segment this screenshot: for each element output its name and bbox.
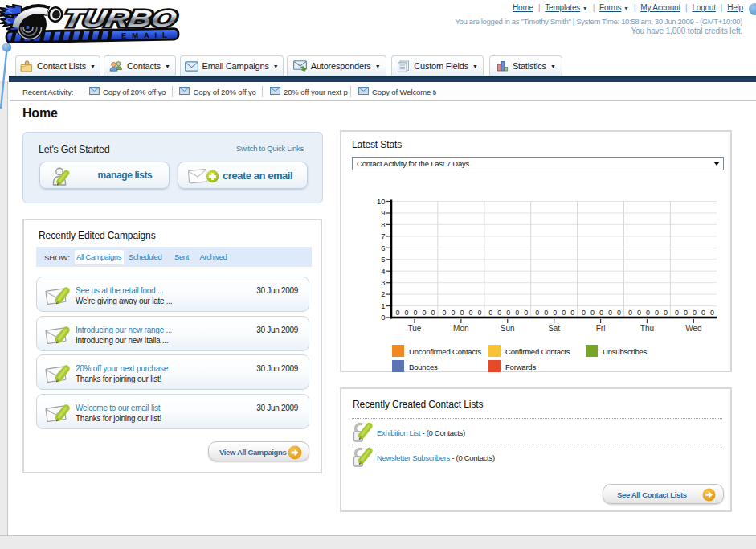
svg-text:0 0 0 0 0: 0 0 0 0 0 — [582, 309, 621, 317]
svg-text:Tue: Tue — [408, 324, 422, 333]
svg-text:0 0 0 0 0: 0 0 0 0 0 — [675, 309, 714, 317]
svg-text:Thu: Thu — [640, 324, 654, 333]
svg-text:EMAIL: EMAIL — [121, 31, 173, 40]
svg-text:3: 3 — [381, 278, 385, 287]
svg-text:Wed: Wed — [685, 324, 701, 333]
svg-text:2: 2 — [381, 289, 385, 298]
svg-text:0 0 0 0 0: 0 0 0 0 0 — [535, 309, 574, 317]
svg-text:4: 4 — [381, 267, 385, 276]
svg-text:0 0 0 0 0: 0 0 0 0 0 — [488, 309, 528, 317]
svg-text:8: 8 — [381, 220, 385, 229]
svg-text:1: 1 — [381, 301, 385, 310]
svg-text:Fri: Fri — [596, 324, 606, 333]
svg-text:Sat: Sat — [548, 324, 560, 333]
svg-text:7: 7 — [381, 231, 385, 240]
svg-text:5: 5 — [381, 255, 385, 264]
svg-text:10: 10 — [377, 197, 386, 206]
svg-text:Sun: Sun — [501, 324, 515, 333]
svg-text:6: 6 — [381, 244, 385, 252]
svg-text:0 0 0 0 0: 0 0 0 0 0 — [628, 309, 668, 317]
svg-text:Mon: Mon — [453, 324, 468, 333]
svg-text:0: 0 — [381, 313, 385, 322]
svg-text:0 0 0 0 0: 0 0 0 0 0 — [442, 309, 481, 317]
svg-text:9: 9 — [381, 208, 385, 217]
svg-text:0 0 0 0 0: 0 0 0 0 0 — [396, 309, 435, 317]
svg-text:TURBO: TURBO — [61, 5, 179, 31]
